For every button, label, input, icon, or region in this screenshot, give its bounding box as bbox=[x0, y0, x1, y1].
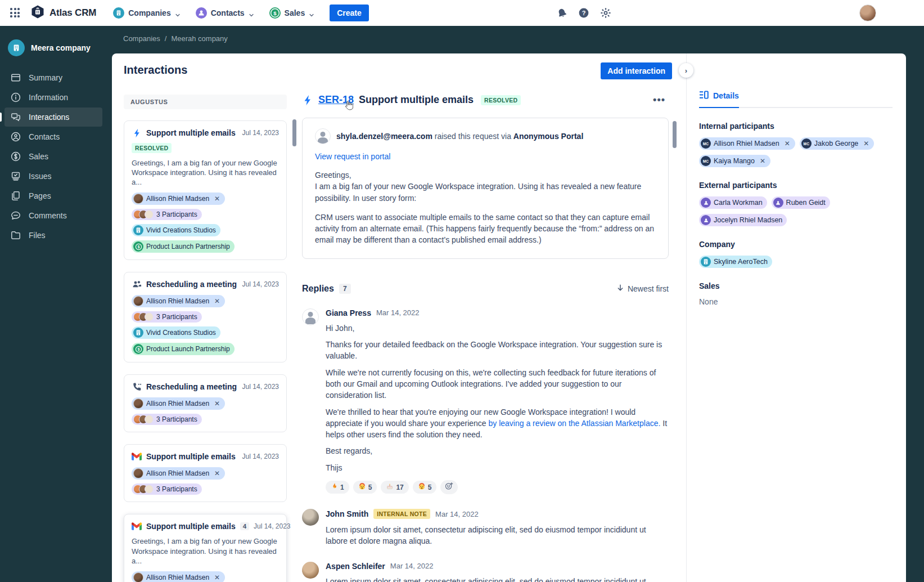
remove-tag-icon[interactable]: ✕ bbox=[214, 469, 220, 477]
sidebar-item-issues[interactable]: Issues bbox=[4, 167, 102, 186]
sidebar-item-comments[interactable]: Comments bbox=[4, 206, 102, 225]
bolt-icon bbox=[302, 95, 313, 106]
tag-person[interactable]: Allison Rhiel Madsen✕ bbox=[132, 571, 225, 582]
tag-participants[interactable]: 3 Participants bbox=[132, 311, 202, 323]
sidebar-company-header[interactable]: Meera company bbox=[0, 35, 107, 68]
gmail-icon bbox=[132, 451, 142, 462]
more-options-icon[interactable]: ••• bbox=[650, 94, 669, 106]
detail-scrollbar[interactable] bbox=[673, 121, 677, 148]
tag-company[interactable]: Vivid Creations Studios bbox=[132, 224, 220, 236]
app-grid-icon[interactable] bbox=[10, 8, 20, 18]
interaction-date: Jul 14, 2023 bbox=[242, 383, 279, 391]
reply-item: Aspen Schleifer Mar 14, 2022 Lorem ipsum… bbox=[302, 562, 669, 582]
tag-person[interactable]: Allison Rhiel Madsen✕ bbox=[132, 467, 225, 480]
details-section: Internal participants MCAllison Rhiel Ma… bbox=[699, 122, 893, 167]
settings-gear-icon[interactable] bbox=[600, 7, 612, 19]
tag-sale[interactable]: $Product Launch Partnership bbox=[132, 343, 235, 355]
sidebar-item-interactions[interactable]: Interactions bbox=[4, 108, 102, 127]
interactions-icon bbox=[10, 111, 21, 123]
phone-icon bbox=[132, 382, 142, 392]
svg-text:$: $ bbox=[137, 347, 139, 352]
request-box: shyla.denzel@meera.com raised this reque… bbox=[302, 118, 669, 259]
interaction-detail: SER-18 Support multiple emails RESOLVED … bbox=[302, 53, 669, 582]
arrow-down-icon bbox=[616, 284, 624, 293]
marketplace-review-link[interactable]: by leaving a review on the Atlassian Mar… bbox=[489, 419, 661, 428]
participant-pill[interactable]: MCJakob George✕ bbox=[800, 137, 875, 150]
reaction-pill[interactable]: 17 bbox=[381, 481, 408, 494]
tag-person[interactable]: Allison Rhiel Madsen✕ bbox=[132, 295, 225, 307]
participant-pill[interactable]: Jocelyn Rhiel Madsen bbox=[699, 214, 787, 226]
company-icon bbox=[701, 257, 711, 267]
tag-person[interactable]: Allison Rhiel Madsen✕ bbox=[132, 192, 225, 205]
sidebar-item-files[interactable]: Files bbox=[4, 226, 102, 245]
remove-tag-icon[interactable]: ✕ bbox=[214, 400, 220, 408]
remove-participant-icon[interactable]: ✕ bbox=[863, 140, 869, 147]
nav-menu-companies[interactable]: Companies bbox=[113, 7, 179, 19]
sales-icon bbox=[10, 151, 21, 162]
tag-person[interactable]: Allison Rhiel Madsen✕ bbox=[132, 397, 225, 410]
reply-date: Mar 14, 2022 bbox=[435, 510, 479, 518]
sidebar-item-information[interactable]: Information bbox=[4, 88, 102, 107]
sort-control[interactable]: Newest first bbox=[616, 284, 669, 293]
sidebar-item-sales[interactable]: Sales bbox=[4, 147, 102, 166]
remove-participant-icon[interactable]: ✕ bbox=[784, 140, 791, 147]
participant-pill[interactable]: Ruben Geidt bbox=[772, 196, 830, 209]
remove-participant-icon[interactable]: ✕ bbox=[759, 157, 766, 165]
cake-emoji bbox=[386, 482, 394, 492]
participant-pill[interactable]: MCAllison Rhiel Madsen✕ bbox=[699, 137, 795, 150]
interaction-card[interactable]: Support multiple emails Jul 14, 2023 All… bbox=[124, 444, 287, 502]
remove-tag-icon[interactable]: ✕ bbox=[214, 574, 220, 581]
remove-tag-icon[interactable]: ✕ bbox=[214, 297, 220, 305]
interaction-key-link[interactable]: SER-18 bbox=[318, 94, 354, 106]
details-section-heading: Company bbox=[699, 240, 893, 249]
tag-participants[interactable]: 3 Participants bbox=[132, 483, 202, 495]
interaction-card[interactable]: Support multiple emails Jul 14, 2023 RES… bbox=[124, 120, 287, 260]
bolt-icon bbox=[132, 128, 142, 138]
user-avatar[interactable] bbox=[859, 5, 876, 21]
atlas-crm-logo[interactable]: Atlas CRM bbox=[30, 5, 96, 21]
reaction-pill[interactable]: 5 bbox=[353, 481, 377, 494]
tag-company[interactable]: Vivid Creations Studios bbox=[132, 326, 220, 339]
interaction-date: Jul 14, 2023 bbox=[242, 453, 279, 460]
tag-participants[interactable]: 3 Participants bbox=[132, 209, 202, 220]
reply-paragraph: Thijs bbox=[326, 462, 669, 473]
interaction-card[interactable]: Support multiple emails 4 Jul 14, 2023 G… bbox=[124, 514, 287, 582]
interaction-card[interactable]: Rescheduling a meeting Jul 14, 2023 Alli… bbox=[124, 374, 287, 432]
mind-blown-emoji bbox=[358, 482, 366, 492]
nav-menu-sales[interactable]: $ Sales bbox=[269, 7, 314, 19]
request-meta: shyla.denzel@meera.com raised this reque… bbox=[336, 132, 583, 141]
breadcrumb-companies[interactable]: Companies bbox=[123, 34, 160, 43]
sidebar-item-summary[interactable]: Summary bbox=[4, 68, 102, 87]
details-section-heading: Sales bbox=[699, 281, 893, 290]
remove-tag-icon[interactable]: ✕ bbox=[214, 195, 220, 203]
help-icon[interactable]: ? bbox=[578, 7, 590, 19]
contact-avatar bbox=[133, 194, 143, 204]
sidebar-item-contacts[interactable]: Contacts bbox=[4, 127, 102, 146]
interaction-card[interactable]: Rescheduling a meeting Jul 14, 2023 Alli… bbox=[124, 272, 287, 362]
participant-pill[interactable]: Skyline AeroTech bbox=[699, 256, 772, 268]
tag-sale[interactable]: $Product Launch Partnership bbox=[132, 240, 235, 253]
add-reaction-button[interactable] bbox=[440, 480, 458, 494]
breadcrumb-company[interactable]: Meerah company bbox=[171, 34, 227, 43]
top-navbar: Atlas CRM Companies Contacts $ Sales Cre… bbox=[0, 0, 924, 26]
reaction-pill[interactable]: 5 bbox=[413, 481, 437, 494]
dollar-icon: $ bbox=[269, 7, 281, 19]
replies-count-badge: 7 bbox=[339, 284, 351, 294]
john-smith-avatar bbox=[302, 509, 319, 526]
tag-participants[interactable]: 3 Participants bbox=[132, 414, 202, 425]
participant-pill[interactable]: Carla Workman bbox=[699, 196, 767, 209]
nav-menu-contacts[interactable]: Contacts bbox=[196, 7, 254, 19]
participant-pill[interactable]: MCKaiya Mango✕ bbox=[699, 155, 770, 167]
notification-bell-icon[interactable] bbox=[556, 7, 568, 19]
collapse-panel-button[interactable]: › bbox=[679, 63, 693, 78]
tab-details-label: Details bbox=[713, 91, 739, 100]
reply-paragraph: While we're not currently focusing on th… bbox=[326, 367, 669, 401]
tab-details[interactable]: Details bbox=[699, 91, 739, 108]
timeline-scrollbar[interactable] bbox=[292, 119, 296, 146]
interactions-timeline: AUGUSTUS Support multiple emails Jul 14,… bbox=[124, 95, 287, 582]
sidebar-item-pages[interactable]: Pages bbox=[4, 186, 102, 205]
view-request-link[interactable]: View request in portal bbox=[315, 152, 390, 161]
reaction-pill[interactable]: 1 bbox=[326, 481, 349, 494]
contact-avatar bbox=[133, 468, 143, 478]
create-button[interactable]: Create bbox=[330, 5, 369, 21]
